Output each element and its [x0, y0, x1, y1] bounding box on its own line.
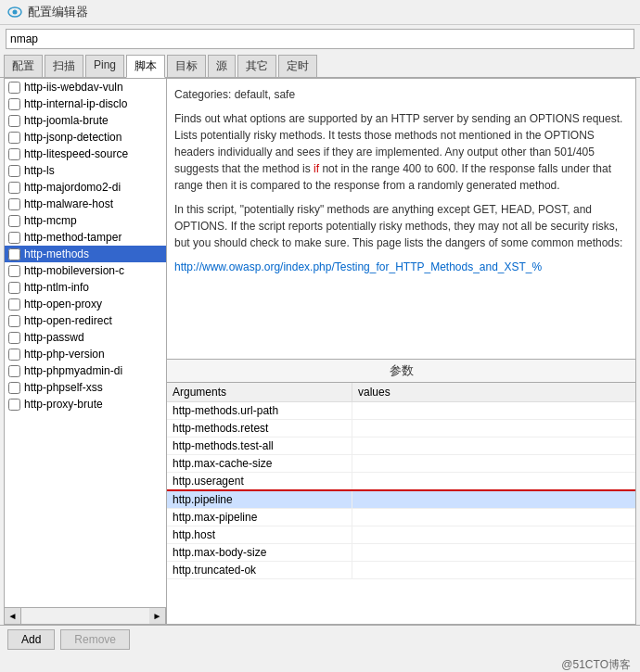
script-item[interactable]: http-method-tamper: [5, 229, 166, 246]
script-item[interactable]: http-passwd: [5, 329, 166, 346]
script-item[interactable]: http-ntlm-info: [5, 279, 166, 296]
description-link[interactable]: http://www.owasp.org/index.php/Testing_f…: [174, 260, 542, 273]
param-val: [352, 562, 635, 578]
param-val: [352, 491, 635, 508]
param-val: [352, 544, 635, 561]
script-item[interactable]: http-proxy-brute: [5, 396, 166, 412]
scroll-right-button[interactable]: ►: [149, 608, 166, 624]
script-checkbox[interactable]: [8, 282, 20, 294]
script-name: http-jsonp-detection: [24, 131, 122, 144]
script-item[interactable]: http-joomla-brute: [5, 112, 166, 129]
tab-定时[interactable]: 定时: [278, 55, 317, 77]
script-item[interactable]: http-phpself-xss: [5, 379, 166, 396]
params-row[interactable]: http.max-cache-size: [167, 455, 635, 473]
tab-其它[interactable]: 其它: [237, 55, 276, 77]
script-checkbox[interactable]: [8, 298, 20, 311]
script-item[interactable]: http-mcmp: [5, 212, 166, 229]
script-item[interactable]: http-jsonp-detection: [5, 129, 166, 146]
script-name: http-internal-ip-disclo: [24, 97, 127, 110]
script-checkbox[interactable]: [8, 232, 20, 244]
params-section: 参数 Arguments values http-methods.url-pat…: [167, 360, 635, 625]
eye-icon: [7, 5, 22, 19]
script-checkbox[interactable]: [8, 215, 20, 227]
script-checkbox[interactable]: [8, 349, 20, 361]
script-checkbox[interactable]: [8, 332, 20, 344]
params-row[interactable]: http.host: [167, 526, 635, 544]
script-name: http-litespeed-source: [24, 147, 128, 160]
param-arg: http.max-pipeline: [167, 509, 352, 526]
script-item[interactable]: http-iis-webdav-vuln: [5, 79, 166, 95]
param-arg: http.useragent: [167, 473, 352, 489]
script-item[interactable]: http-malware-host: [5, 196, 166, 212]
script-item[interactable]: http-ls: [5, 162, 166, 179]
param-arg: http.truncated-ok: [167, 562, 352, 578]
params-row[interactable]: http.useragent: [167, 473, 635, 491]
tab-脚本[interactable]: 脚本: [126, 55, 165, 78]
script-name: http-open-proxy: [24, 298, 102, 311]
tab-目标[interactable]: 目标: [167, 55, 206, 77]
script-item[interactable]: http-open-redirect: [5, 312, 166, 329]
params-row[interactable]: http.truncated-ok: [167, 562, 635, 579]
script-checkbox[interactable]: [8, 132, 20, 144]
script-checkbox[interactable]: [8, 115, 20, 127]
param-val: [352, 455, 635, 472]
param-val: [352, 437, 635, 454]
description-para-2: In this script, "potentially risky" meth…: [174, 201, 628, 251]
param-arg: http-methods.retest: [167, 420, 352, 437]
script-checkbox[interactable]: [8, 198, 20, 210]
script-item[interactable]: http-majordomo2-di: [5, 179, 166, 196]
script-checkbox[interactable]: [8, 98, 20, 110]
main-content: http-iis-webdav-vulnhttp-internal-ip-dis…: [4, 78, 636, 625]
script-checkbox[interactable]: [8, 148, 20, 160]
script-name: http-ntlm-info: [24, 281, 89, 294]
params-table[interactable]: Arguments values http-methods.url-pathht…: [167, 383, 635, 625]
add-button[interactable]: Add: [7, 629, 55, 650]
params-rows-container: http-methods.url-pathhttp-methods.retest…: [167, 402, 635, 579]
params-header: Arguments values: [167, 383, 635, 402]
params-row[interactable]: http.max-pipeline: [167, 509, 635, 526]
script-checkbox[interactable]: [8, 315, 20, 327]
col-header-arguments: Arguments: [167, 383, 352, 401]
tab-bar: 配置扫描Ping脚本目标源其它定时: [0, 53, 640, 78]
script-item[interactable]: http-methods: [5, 246, 166, 262]
script-checkbox[interactable]: [8, 165, 20, 177]
script-checkbox[interactable]: [8, 182, 20, 194]
remove-button[interactable]: Remove: [60, 629, 130, 650]
params-row[interactable]: http-methods.test-all: [167, 437, 635, 455]
script-checkbox[interactable]: [8, 399, 20, 411]
script-item[interactable]: http-internal-ip-disclo: [5, 95, 166, 112]
params-row[interactable]: http-methods.url-path: [167, 402, 635, 420]
script-checkbox[interactable]: [8, 265, 20, 277]
script-checkbox[interactable]: [8, 248, 20, 260]
script-name: http-passwd: [24, 331, 84, 344]
script-checkbox[interactable]: [8, 82, 20, 94]
scroll-left-button[interactable]: ◄: [5, 608, 21, 624]
description-para-1: Finds out what options are supported by …: [174, 110, 628, 194]
tab-配置[interactable]: 配置: [4, 55, 43, 77]
script-name: http-joomla-brute: [24, 114, 109, 127]
script-item[interactable]: http-litespeed-source: [5, 146, 166, 162]
params-row[interactable]: http-methods.retest: [167, 420, 635, 437]
param-arg: http.max-cache-size: [167, 455, 352, 472]
script-name: http-malware-host: [24, 197, 113, 210]
script-item[interactable]: http-php-version: [5, 346, 166, 362]
params-row[interactable]: http.pipeline: [167, 491, 635, 509]
col-header-values: values: [352, 383, 635, 401]
script-checkbox[interactable]: [8, 382, 20, 394]
left-panel: http-iis-webdav-vulnhttp-internal-ip-dis…: [5, 79, 167, 624]
script-checkbox[interactable]: [8, 365, 20, 377]
description-area: Categories: default, safe Finds out what…: [167, 79, 635, 360]
script-list[interactable]: http-iis-webdav-vulnhttp-internal-ip-dis…: [5, 79, 166, 607]
tab-扫描[interactable]: 扫描: [45, 55, 83, 77]
script-item[interactable]: http-phpmyadmin-di: [5, 362, 166, 379]
search-input[interactable]: [6, 29, 634, 49]
script-name: http-mobileversion-c: [24, 264, 124, 277]
tab-源[interactable]: 源: [208, 55, 236, 77]
script-item[interactable]: http-open-proxy: [5, 296, 166, 312]
search-bar: [0, 25, 640, 53]
script-item[interactable]: http-mobileversion-c: [5, 262, 166, 279]
params-row[interactable]: http.max-body-size: [167, 544, 635, 562]
tab-Ping[interactable]: Ping: [85, 55, 124, 77]
scroll-track: [21, 608, 149, 624]
script-name: http-iis-webdav-vuln: [24, 81, 123, 94]
